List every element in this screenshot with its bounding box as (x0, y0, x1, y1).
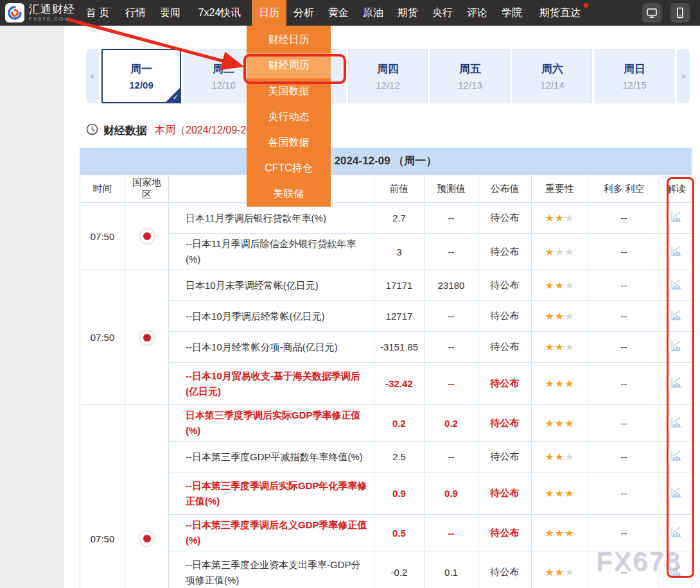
nav-item-analysis[interactable]: 分析 (286, 0, 321, 26)
time-cell: 07:50 (80, 270, 125, 405)
event-name: --日本第三季度GDP平减指数年率终值(%) (169, 442, 374, 472)
nav-item-futures-direct[interactable]: 期货直达 (529, 0, 591, 26)
bias-value: -- (588, 332, 660, 363)
nav-item-label: 要闻 (160, 7, 180, 18)
nav-item-calendar[interactable]: 日历 (252, 0, 286, 26)
chart-icon[interactable] (670, 449, 683, 462)
nav-item-gold[interactable]: 黄金 (321, 0, 356, 26)
nav-item-central-bank[interactable]: 央行 (425, 0, 460, 26)
week-tab-12-09[interactable]: 周一12/09✓ (101, 49, 181, 103)
nav-item-comments[interactable]: 评论 (460, 0, 494, 26)
col-header: 时间 (80, 175, 125, 203)
nav-item-futures[interactable]: 期货 (390, 0, 425, 26)
event-name: 日本11月季调后银行贷款年率(%) (169, 203, 374, 234)
nav-item-crude-oil[interactable]: 原油 (356, 0, 390, 26)
week-tab-12-15[interactable]: 周日12/15 (595, 49, 674, 103)
prev-value: 0.5 (374, 515, 424, 551)
importance-stars: ★★★ (545, 311, 574, 322)
importance-cell: ★★★ (532, 332, 588, 363)
event-name: --日本第三季度季调后实际GDP年化季率修正值(%) (169, 472, 374, 515)
forecast-value: -- (424, 234, 478, 270)
chart-icon[interactable] (670, 278, 683, 291)
col-header: 解读 (660, 175, 692, 203)
forecast-value: -- (424, 515, 478, 551)
bias-value: -- (588, 234, 660, 270)
nav-item-label: 学院 (502, 7, 522, 18)
selected-check-icon: ✓ (166, 88, 180, 102)
chevron-right-button[interactable]: › (677, 49, 690, 103)
dropdown-item[interactable]: CFTC持仓 (247, 155, 331, 181)
chart-icon[interactable] (670, 309, 683, 322)
dropdown-item[interactable]: 财经周历 (247, 53, 331, 78)
desktop-icon[interactable] (642, 3, 661, 22)
tab-date: 12/13 (458, 80, 482, 91)
nav-item-label: 行情 (125, 7, 146, 18)
time-cell: 07:50 (80, 405, 125, 588)
table-row: --日本第三季度季调后名义GDP季率修正值(%)0.5--待公布★★★-- (80, 515, 692, 551)
dropdown-item[interactable]: 各国数据 (247, 130, 331, 155)
chevron-left-button[interactable]: ‹ (86, 49, 99, 103)
explain-cell (660, 234, 692, 270)
tab-date: 12/09 (129, 80, 153, 91)
table-row: 07:50日本10月未季调经常帐(亿日元)1717123180待公布★★★-- (80, 270, 692, 301)
importance-stars: ★★★ (545, 246, 574, 257)
col-header: 国家地区 (125, 175, 169, 203)
forecast-value: -- (424, 442, 478, 472)
forecast-value: 0.1 (424, 551, 478, 588)
tab-day: 周六 (541, 62, 563, 76)
explain-cell (660, 405, 692, 442)
tab-date: 12/12 (376, 80, 400, 91)
explain-cell (660, 203, 692, 234)
tab-date: 12/15 (622, 80, 647, 91)
clock-icon (86, 123, 98, 138)
tab-day: 周日 (624, 62, 645, 76)
importance-cell: ★★★ (532, 363, 588, 405)
prev-value: 12717 (374, 301, 424, 332)
prev-value: 0.9 (374, 472, 424, 515)
forecast-value: -- (424, 301, 478, 332)
week-tab-12-14[interactable]: 周六12/14 (512, 49, 592, 103)
chart-icon[interactable] (670, 211, 683, 223)
explain-cell (660, 270, 692, 301)
bias-value: -- (588, 442, 660, 472)
importance-stars: ★★★ (545, 567, 574, 578)
table-row: --日本10月经常帐分项-商品(亿日元)-3151.85--待公布★★★-- (80, 332, 692, 363)
logo-title: 汇通财经 (29, 4, 75, 15)
nav-item-home[interactable]: 首 页 (77, 0, 118, 26)
nav-items: 首 页行情要闻7x24快讯日历分析黄金原油期货央行评论学院期货直达 (77, 0, 591, 26)
prev-value: 2.5 (374, 442, 424, 472)
chart-icon[interactable] (670, 376, 683, 389)
dropdown-item[interactable]: 美联储 (247, 181, 331, 207)
week-tab-12-12[interactable]: 周四12/12 (348, 49, 428, 103)
nav-item-label: 央行 (432, 7, 453, 18)
nav-item-quotes[interactable]: 行情 (118, 0, 153, 26)
published-value: 待公布 (478, 270, 532, 301)
dropdown-item[interactable]: 财经日历 (247, 27, 331, 53)
bias-value: -- (588, 472, 660, 515)
chart-icon[interactable] (670, 526, 683, 539)
nav-item-label: 首 页 (86, 7, 109, 18)
importance-stars: ★★★ (545, 212, 574, 223)
dropdown-item[interactable]: 央行动态 (247, 104, 331, 130)
week-tab-12-13[interactable]: 周五12/13 (430, 49, 510, 103)
nav-item-news[interactable]: 要闻 (153, 0, 188, 26)
chart-icon[interactable] (670, 340, 683, 352)
tab-date: 12/14 (540, 80, 564, 91)
dropdown-item[interactable]: 美国数据 (247, 78, 331, 104)
site-logo[interactable]: 汇通财经 FX678.COM (0, 3, 77, 22)
bias-value: -- (588, 270, 660, 301)
nav-item-academy[interactable]: 学院 (494, 0, 529, 26)
table-header-row: 时间国家地区前值预测值公布值重要性利多 利空解读 (80, 175, 692, 203)
nav-item-label: 7x24快讯 (198, 7, 241, 18)
published-value: 待公布 (478, 442, 532, 472)
explain-cell (660, 301, 692, 332)
chart-icon[interactable] (670, 245, 683, 257)
importance-stars: ★★★ (545, 342, 574, 352)
chart-icon[interactable] (670, 416, 683, 429)
mobile-icon[interactable] (670, 3, 690, 22)
nav-item-label: 期货 (398, 7, 418, 18)
chart-icon[interactable] (670, 486, 683, 499)
nav-item-flash-7x24[interactable]: 7x24快讯 (188, 0, 252, 26)
event-name: 日本10月未季调经常帐(亿日元) (169, 270, 374, 301)
week-tabs: 周一12/09✓周二12/10周三12/11周四12/12周五12/13周六12… (101, 49, 674, 103)
